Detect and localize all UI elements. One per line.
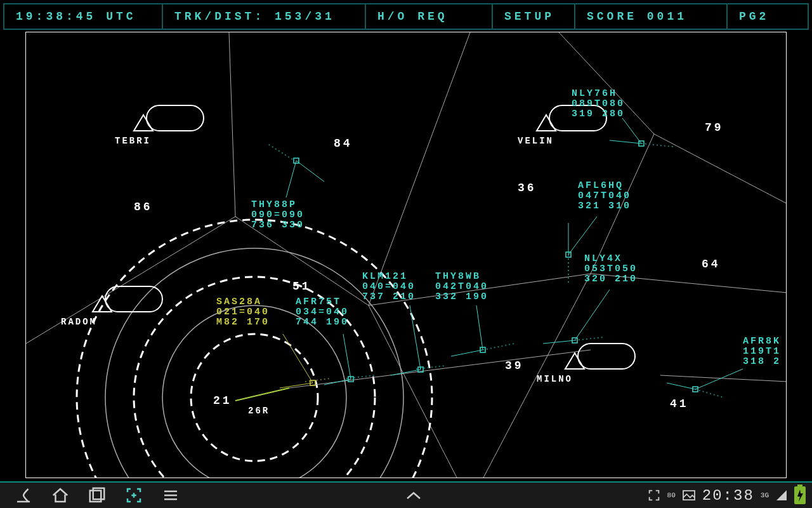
svg-line-20 [324,379,351,385]
aircraft-afr8k[interactable]: AFR8K 119T1 318 2 [667,336,781,398]
svg-text:RADOM: RADOM [61,317,97,327]
network-indicator: 3G [761,492,769,499]
setup-button[interactable]: SETUP [493,4,575,29]
aircraft-afr75t[interactable]: AFR75T 034=040 744 190 [296,297,375,385]
svg-line-14 [286,161,296,197]
range-ring [162,305,346,478]
svg-line-35 [476,305,483,350]
battery-percent: 80 [667,491,676,499]
sector-num: 84 [334,137,353,150]
range-ring-outer [77,220,432,478]
sector-num: 51 [292,280,311,293]
fix-radom: RADOM [61,286,162,327]
signal-icon [775,489,788,502]
svg-text:VELIN: VELIN [518,136,554,146]
page-indicator[interactable]: PG2 [728,4,808,29]
sector-num: 41 [670,398,689,410]
sector-boundary [654,134,787,204]
radar-scope[interactable]: 26R TEBRI RADOM VELIN MILNO 21 86 84 51 … [25,32,787,478]
svg-text:053T050: 053T050 [584,264,638,274]
runway-label: 26R [248,406,270,416]
back-icon[interactable] [14,486,33,505]
svg-line-55 [543,340,575,344]
range-ring-inner [191,334,318,461]
sector-boundary [559,32,654,274]
svg-text:737 210: 737 210 [362,291,416,302]
svg-line-11 [267,144,292,159]
aircraft-klm121[interactable]: KLM121 040=040 737 210 [362,271,445,375]
aircraft-thy88p[interactable]: THY88P 090=090 736 330 [251,144,324,231]
recent-apps-icon[interactable] [88,486,107,505]
track-distance[interactable]: TRK/DIST: 153/31 [163,4,366,29]
sector-num: 86 [134,201,153,213]
svg-line-13 [296,161,324,182]
svg-line-42 [622,118,641,144]
svg-text:034=040: 034=040 [296,307,349,318]
fullscreen-icon[interactable] [647,488,661,502]
sector-boundary [660,375,787,382]
sector-num: 79 [705,121,724,134]
utc-time: 19:38:45 UTC [4,4,163,29]
svg-line-56 [575,290,610,340]
svg-line-7 [283,334,313,383]
handoff-request-button[interactable]: H/O REQ [366,4,493,29]
sector-boundary [235,32,470,305]
svg-text:321 310: 321 310 [578,201,631,211]
svg-text:042T040: 042T040 [435,281,488,292]
sector-num: 36 [518,182,537,194]
chevron-up-icon[interactable] [404,489,423,502]
svg-text:119T1: 119T1 [743,346,781,357]
svg-text:THY88P: THY88P [251,199,297,210]
svg-line-27 [391,370,421,375]
svg-text:AFR8K: AFR8K [743,336,781,347]
sector-num: 39 [505,359,524,372]
svg-line-49 [568,217,597,255]
svg-line-41 [610,140,641,144]
battery-icon [794,486,806,504]
svg-text:090=090: 090=090 [251,210,304,220]
svg-text:AFR75T: AFR75T [296,297,341,307]
sector-num: 64 [702,258,721,271]
svg-line-21 [343,334,351,379]
svg-text:736 330: 736 330 [251,220,304,231]
svg-line-62 [667,383,695,389]
svg-text:318 2: 318 2 [743,356,781,367]
sector-boundary [369,274,787,305]
svg-line-53 [575,337,603,340]
fix-milno: MILNO [537,344,635,384]
svg-text:NLY76H: NLY76H [572,88,617,99]
svg-text:SAS28A: SAS28A [216,297,262,307]
svg-line-39 [641,144,673,147]
android-nav-bar: 80 20:38 3G [0,481,812,508]
svg-text:TEBRI: TEBRI [115,136,151,146]
svg-text:319 280: 319 280 [572,109,625,119]
svg-text:KLM121: KLM121 [362,271,408,282]
svg-text:NLY4X: NLY4X [584,253,622,264]
runway-26r [235,388,289,401]
svg-text:M82 170: M82 170 [216,317,270,328]
svg-text:332 190: 332 190 [435,291,488,302]
screenshot-icon[interactable] [124,486,143,505]
sector-boundary [26,32,235,344]
svg-text:744 190: 744 190 [296,317,349,328]
aircraft-nly4x[interactable]: NLY4X 053T050 320 210 [543,253,638,344]
sector-boundary [369,305,457,478]
svg-text:THY8WB: THY8WB [435,271,481,282]
home-icon[interactable] [51,486,70,505]
svg-text:MILNO: MILNO [537,374,573,384]
svg-line-28 [410,305,421,370]
sector-num: 21 [213,394,232,407]
svg-text:320 210: 320 210 [584,274,638,284]
svg-text:AFL6HQ: AFL6HQ [578,180,624,191]
fix-tebri: TEBRI [115,105,204,146]
score-display: SCORE 0011 [575,4,728,29]
top-status-bar: 19:38:45 UTC TRK/DIST: 153/31 H/O REQ SE… [3,3,809,30]
radar-svg[interactable]: 26R TEBRI RADOM VELIN MILNO 21 86 84 51 … [26,32,787,478]
gallery-icon [682,490,696,501]
aircraft-nly76h[interactable]: NLY76H 089T080 319 280 [572,88,673,147]
svg-line-34 [451,350,483,356]
svg-line-32 [483,344,514,350]
menu-icon[interactable] [161,486,180,505]
aircraft-thy8wb[interactable]: THY8WB 042T040 332 190 [435,271,514,356]
svg-text:047T040: 047T040 [578,190,631,201]
